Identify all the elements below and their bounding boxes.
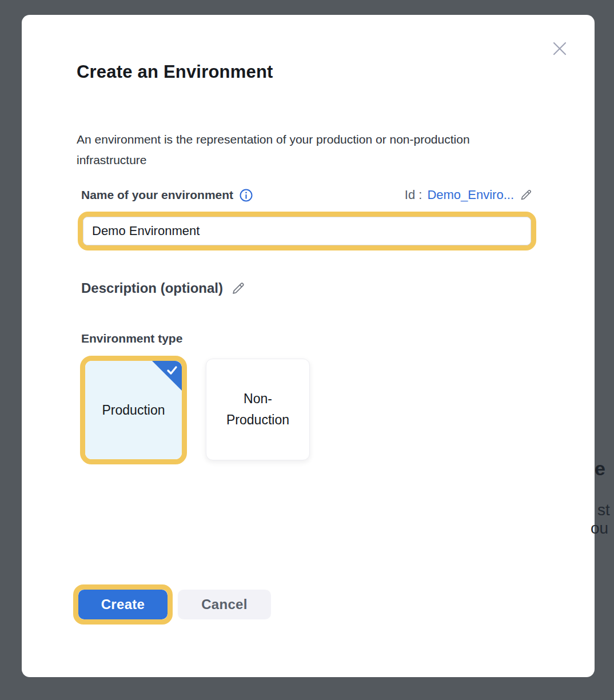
clipped-tooltip-heading-fragment: e xyxy=(595,458,605,480)
environment-id-prefix: Id : xyxy=(405,188,422,202)
cancel-button[interactable]: Cancel xyxy=(178,590,271,619)
create-environment-modal: Create an Environment An environment is … xyxy=(22,15,595,677)
description-field-label: Description (optional) xyxy=(81,280,223,296)
environment-id-wrap: Id : Demo_Enviro... xyxy=(405,188,533,202)
environment-id-link[interactable]: Demo_Enviro... xyxy=(427,188,514,202)
create-button[interactable]: Create xyxy=(78,590,168,619)
close-button[interactable] xyxy=(546,35,573,62)
production-card-highlight-ring: Production xyxy=(80,356,187,464)
description-field-header: Description (optional) xyxy=(81,280,246,296)
environment-name-input[interactable] xyxy=(83,217,531,245)
selected-corner-flag xyxy=(152,361,182,391)
name-field-label: Name of your environment xyxy=(81,188,233,202)
info-icon[interactable] xyxy=(239,188,253,202)
create-button-highlight-ring: Create xyxy=(73,584,173,625)
close-icon xyxy=(551,39,569,58)
name-field-header: Name of your environment Id : Demo_Envir… xyxy=(81,188,533,202)
environment-type-label: Environment type xyxy=(81,332,182,345)
screen-overlay: { "colors": { "overlay": "#54595E", "hig… xyxy=(0,0,614,700)
edit-id-pencil-icon[interactable] xyxy=(519,188,533,202)
check-icon xyxy=(165,364,179,377)
clipped-tooltip-text-fragment-1: st xyxy=(597,501,610,519)
edit-description-pencil-icon[interactable] xyxy=(230,281,246,296)
production-card-label: Production xyxy=(96,400,172,421)
modal-title: Create an Environment xyxy=(77,62,273,82)
name-field-label-wrap: Name of your environment xyxy=(81,188,253,202)
environment-type-option-production[interactable]: Production xyxy=(85,361,182,459)
modal-intro-text: An environment is the representation of … xyxy=(77,129,485,170)
environment-type-option-non-production[interactable]: Non-Production xyxy=(206,359,310,460)
non-production-card-label: Non-Production xyxy=(220,388,296,431)
name-input-highlight-ring xyxy=(78,212,536,250)
clipped-tooltip-text-fragment-2: ou xyxy=(591,519,608,538)
